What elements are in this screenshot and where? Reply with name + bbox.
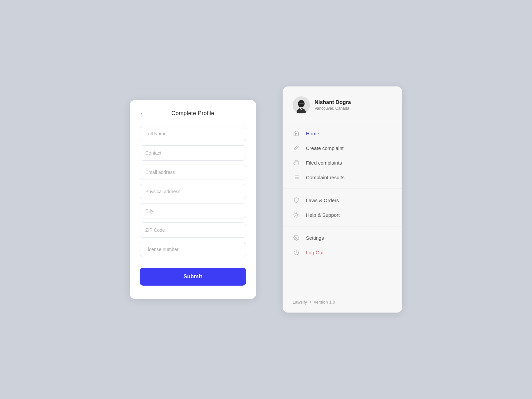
shield-icon (293, 197, 300, 204)
bulb-icon (293, 211, 300, 218)
pen-icon (293, 144, 300, 152)
complaint-results-item[interactable]: Complaint results (283, 170, 402, 185)
svg-line-15 (298, 216, 298, 217)
svg-point-20 (296, 237, 297, 239)
laws-orders-label: Laws & Orders (306, 198, 339, 203)
logout-item[interactable]: Log Out (283, 245, 402, 260)
zip-code-input[interactable] (140, 222, 246, 238)
user-name: Nishant Dogra (315, 99, 351, 105)
complaint-results-label: Complaint results (306, 175, 344, 180)
card-title: Complete Profile (172, 110, 214, 117)
email-input[interactable] (140, 165, 246, 180)
hand-icon (293, 159, 300, 166)
footer-app-name: Lawsify (293, 300, 307, 305)
license-number-input[interactable] (140, 242, 246, 257)
laws-orders-item[interactable]: Laws & Orders (283, 193, 402, 207)
profile-card: ← Complete Profile Submit (130, 100, 256, 299)
svg-point-11 (295, 213, 298, 216)
tertiary-menu-section: Settings Log Out (283, 226, 402, 264)
user-info: Nishant Dogra Vancouver, Canada (315, 99, 351, 111)
form-fields (140, 126, 246, 257)
filed-complaints-item[interactable]: Filed complaints (283, 155, 402, 170)
svg-line-18 (294, 216, 295, 217)
list-icon (293, 174, 300, 181)
full-name-input[interactable] (140, 126, 246, 141)
footer-version: version 1.0 (314, 300, 335, 305)
logout-label: Log Out (306, 250, 324, 255)
svg-rect-2 (299, 103, 301, 104)
svg-line-19 (298, 213, 298, 213)
svg-rect-3 (302, 103, 304, 104)
help-support-label: Help & Support (306, 212, 340, 218)
contact-input[interactable] (140, 145, 246, 161)
create-complaint-label: Create complaint (306, 145, 343, 151)
svg-line-14 (294, 213, 295, 213)
footer-dot (310, 301, 311, 303)
power-icon (293, 249, 300, 256)
secondary-menu-section: Laws & Orders Help & Support (283, 189, 402, 226)
settings-label: Settings (306, 235, 324, 241)
avatar (293, 96, 310, 114)
create-complaint-item[interactable]: Create complaint (283, 141, 402, 155)
settings-item[interactable]: Settings (283, 230, 402, 245)
home-label: Home (306, 131, 319, 136)
card-footer: Lawsify version 1.0 (283, 294, 402, 306)
back-button[interactable]: ← (140, 110, 146, 117)
filed-complaints-label: Filed complaints (306, 160, 342, 166)
card-header: ← Complete Profile (140, 110, 246, 117)
help-support-item[interactable]: Help & Support (283, 207, 402, 222)
main-menu-section: Home Create complaint Filed complaints (283, 122, 402, 189)
user-profile: Nishant Dogra Vancouver, Canada (283, 96, 402, 122)
home-icon (293, 130, 300, 137)
physical-address-input[interactable] (140, 184, 246, 199)
gear-icon (293, 234, 300, 241)
user-location: Vancouver, Canada (315, 106, 351, 111)
menu-card: Nishant Dogra Vancouver, Canada Home Cre… (283, 86, 402, 313)
submit-button[interactable]: Submit (140, 268, 246, 286)
home-item[interactable]: Home (283, 126, 402, 141)
city-input[interactable] (140, 203, 246, 218)
